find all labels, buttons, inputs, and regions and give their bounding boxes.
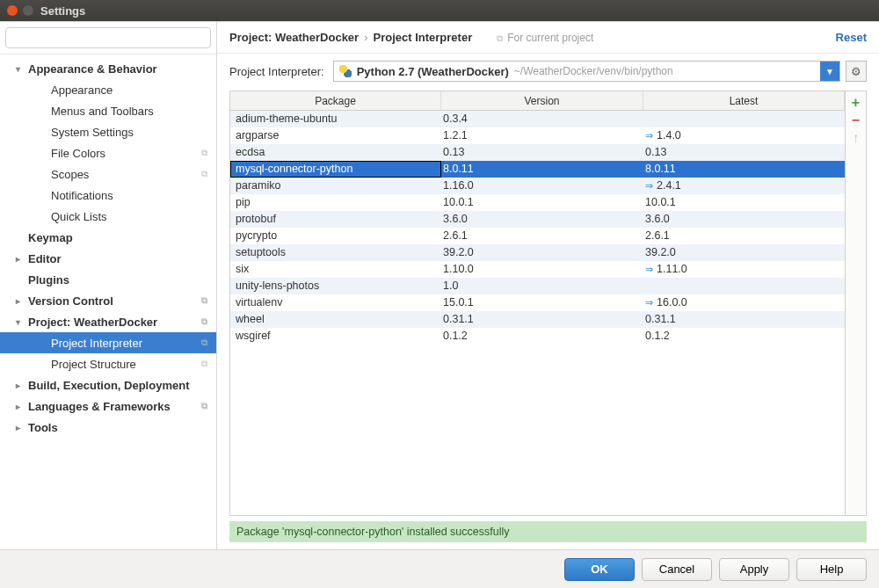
tree-item-label: System Settings [51, 126, 134, 139]
status-message: Package 'mysql-connector-python' install… [229, 521, 867, 542]
upgrade-available-icon: ⇒ [645, 294, 653, 311]
gear-icon[interactable]: ⚙ [846, 61, 867, 82]
remove-package-icon[interactable]: − [852, 113, 860, 128]
tree-item-label: Languages & Frameworks [28, 400, 171, 413]
table-row[interactable]: wheel0.31.10.31.1 [230, 311, 845, 328]
package-latest [643, 111, 845, 127]
table-row[interactable]: argparse1.2.1⇒1.4.0 [230, 127, 845, 144]
tree-caret-icon: ▸ [16, 296, 26, 306]
tree-item-label: Project Structure [51, 358, 136, 371]
tree-item[interactable]: System Settings [0, 121, 216, 142]
package-latest: 0.13 [643, 144, 845, 161]
package-name: adium-theme-ubuntu [230, 111, 441, 127]
tree-item[interactable]: ▸Languages & Frameworks⧉ [0, 396, 216, 417]
window-close-icon[interactable] [7, 5, 18, 16]
package-name: mysql-connector-python [230, 161, 441, 178]
package-version: 1.10.0 [441, 261, 643, 278]
upgrade-available-icon: ⇒ [645, 127, 653, 144]
tree-item[interactable]: ▸Editor [0, 248, 216, 269]
tree-item-label: Project Interpreter [51, 337, 142, 350]
chevron-right-icon: › [364, 31, 367, 44]
package-latest: 10.0.1 [643, 194, 845, 211]
tree-item[interactable]: Project Interpreter⧉ [0, 332, 216, 353]
tree-item[interactable]: File Colors⧉ [0, 142, 216, 163]
breadcrumb-project: Project: WeatherDocker [229, 31, 359, 44]
tree-item-label: Plugins [28, 273, 69, 287]
table-row[interactable]: ecdsa0.130.13 [230, 144, 845, 161]
tree-item-label: Scopes [51, 168, 89, 181]
settings-tree[interactable]: ▾Appearance & BehaviorAppearanceMenus an… [0, 54, 216, 549]
help-button[interactable]: Help [796, 558, 867, 581]
chevron-down-icon[interactable]: ▼ [820, 62, 839, 81]
add-package-icon[interactable]: + [852, 95, 860, 111]
table-header: Package Version Latest [230, 91, 845, 111]
settings-sidebar: ▾Appearance & BehaviorAppearanceMenus an… [0, 22, 217, 549]
package-latest: 0.31.1 [643, 311, 845, 328]
table-row[interactable]: pycrypto2.6.12.6.1 [230, 228, 845, 244]
package-action-bar: + − ↑ [845, 91, 866, 515]
package-name: six [230, 261, 441, 278]
package-name: wsgiref [230, 328, 441, 345]
tree-item-label: Notifications [51, 189, 113, 202]
tree-item[interactable]: ▸Build, Execution, Deployment [0, 374, 216, 396]
breadcrumb: Project: WeatherDocker › Project Interpr… [217, 22, 879, 54]
tree-item[interactable]: Plugins [0, 269, 216, 290]
package-version: 0.1.2 [441, 328, 643, 345]
package-name: protobuf [230, 211, 441, 228]
package-version: 39.2.0 [441, 244, 643, 261]
package-latest: 2.6.1 [643, 228, 845, 244]
table-row[interactable]: mysql-connector-python8.0.118.0.11 [230, 161, 845, 178]
tree-item[interactable]: ▾Project: WeatherDocker⧉ [0, 311, 216, 332]
package-name: ecdsa [230, 144, 441, 161]
tree-item-label: Keymap [28, 231, 73, 244]
package-version: 0.13 [441, 144, 643, 161]
tree-item-label: Build, Execution, Deployment [28, 379, 189, 392]
package-latest: 3.6.0 [643, 211, 845, 228]
tree-item-label: File Colors [51, 147, 105, 160]
tree-item[interactable]: Scopes⧉ [0, 163, 216, 185]
project-scope-icon: ⧉ [201, 338, 207, 348]
tree-item[interactable]: Notifications [0, 185, 216, 206]
tree-item[interactable]: ▾Appearance & Behavior [0, 58, 216, 79]
interpreter-dropdown[interactable]: Python 2.7 (WeatherDocker) ~/WeatherDock… [333, 61, 840, 82]
package-latest: ⇒16.0.0 [643, 294, 845, 311]
title-bar: Settings [0, 0, 879, 21]
table-row[interactable]: pip10.0.110.0.1 [230, 194, 845, 211]
upgrade-package-icon[interactable]: ↑ [853, 130, 860, 146]
tree-item[interactable]: Menus and Toolbars [0, 100, 216, 121]
window-minimize-icon[interactable] [23, 5, 33, 16]
table-row[interactable]: adium-theme-ubuntu0.3.4 [230, 111, 845, 127]
package-version: 1.0 [441, 278, 643, 294]
table-row[interactable]: unity-lens-photos1.0 [230, 278, 845, 294]
ok-button[interactable]: OK [564, 558, 635, 581]
package-version: 10.0.1 [441, 194, 643, 211]
tree-caret-icon: ▸ [16, 254, 26, 264]
tree-caret-icon: ▸ [16, 402, 26, 411]
table-row[interactable]: protobuf3.6.03.6.0 [230, 211, 845, 228]
reset-link[interactable]: Reset [836, 31, 867, 44]
package-name: pip [230, 194, 441, 211]
tree-item[interactable]: Quick Lists [0, 206, 216, 227]
table-row[interactable]: paramiko1.16.0⇒2.4.1 [230, 178, 845, 194]
tree-item[interactable]: Keymap [0, 227, 216, 248]
tree-item[interactable]: ▸Tools [0, 417, 216, 438]
tree-item[interactable]: Project Structure⧉ [0, 353, 216, 374]
apply-button[interactable]: Apply [719, 558, 789, 581]
package-version: 15.0.1 [441, 294, 643, 311]
interpreter-label: Project Interpreter: [229, 65, 324, 78]
search-input[interactable] [5, 27, 211, 48]
package-version: 2.6.1 [441, 228, 643, 244]
package-name: wheel [230, 311, 441, 328]
tree-item-label: Appearance & Behavior [28, 62, 157, 76]
table-row[interactable]: wsgiref0.1.20.1.2 [230, 328, 845, 345]
package-version: 1.16.0 [441, 178, 643, 194]
package-name: argparse [230, 127, 441, 144]
table-row[interactable]: virtualenv15.0.1⇒16.0.0 [230, 294, 845, 311]
tree-item-label: Editor [28, 252, 62, 265]
table-row[interactable]: six1.10.0⇒1.11.0 [230, 261, 845, 278]
tree-item[interactable]: ▸Version Control⧉ [0, 290, 216, 311]
packages-table[interactable]: Package Version Latest adium-theme-ubunt… [230, 91, 845, 515]
tree-item[interactable]: Appearance [0, 79, 216, 100]
table-row[interactable]: setuptools39.2.039.2.0 [230, 244, 845, 261]
cancel-button[interactable]: Cancel [642, 558, 712, 581]
